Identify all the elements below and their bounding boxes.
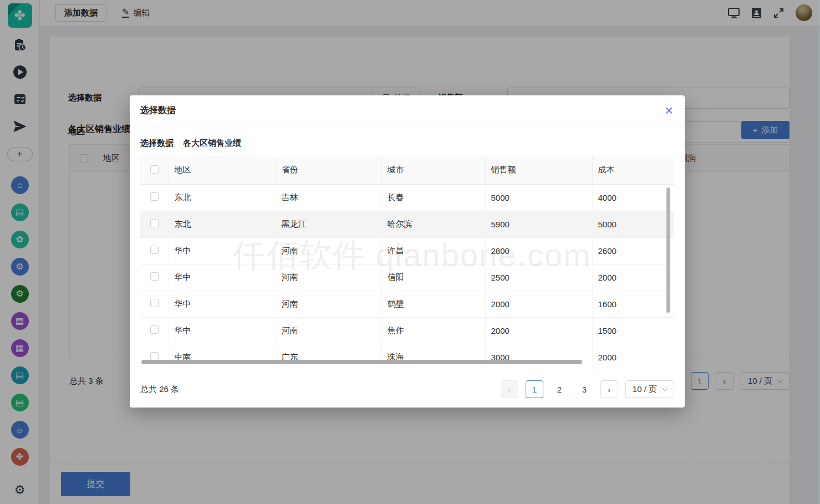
table-cell: 2000 — [485, 317, 592, 344]
table-cell: 2500 — [485, 264, 592, 291]
prev-page-button[interactable]: ‹ — [501, 380, 518, 398]
column-header: 城市 — [381, 156, 485, 184]
column-header: 地区 — [169, 156, 276, 184]
table-cell: 3000 — [485, 344, 592, 369]
table-cell: 东北 — [169, 211, 276, 237]
table-cell: 中南 — [169, 344, 276, 369]
table-cell: 长春 — [381, 184, 485, 211]
row-checkbox[interactable] — [150, 325, 159, 334]
table-cell: 1600 — [592, 291, 674, 317]
table-cell: 焦作 — [381, 317, 485, 344]
table-header-row: 地区省份城市销售额成本 — [140, 156, 674, 184]
row-checkbox-cell — [140, 184, 169, 211]
table-cell: 1500 — [592, 317, 674, 344]
modal-dataset-name[interactable]: 各大区销售业绩 — [183, 138, 241, 149]
chevron-down-icon — [661, 385, 668, 391]
table-row[interactable]: 东北黑龙江哈尔滨59005000 — [140, 211, 674, 237]
table-cell: 2000 — [592, 264, 674, 291]
table-cell: 5000 — [485, 184, 592, 211]
column-header: 销售额 — [485, 156, 592, 184]
row-checkbox-cell — [140, 344, 169, 369]
table-cell: 5000 — [592, 211, 674, 237]
table-cell: 华中 — [169, 264, 276, 291]
table-row[interactable]: 华中河南焦作20001500 — [140, 317, 674, 344]
table-row[interactable]: 华中河南鹤壁20001600 — [140, 291, 674, 317]
row-checkbox[interactable] — [150, 246, 159, 254]
modal-table: 地区省份城市销售额成本 东北吉林长春50004000东北黑龙江哈尔滨590050… — [140, 156, 674, 369]
table-cell: 2000 — [592, 344, 674, 369]
table-cell: 河南 — [276, 317, 381, 344]
table-cell: 2800 — [485, 237, 592, 264]
row-checkbox-cell — [140, 317, 169, 344]
table-row[interactable]: 华中河南许昌28002600 — [140, 237, 674, 264]
row-checkbox[interactable] — [150, 219, 159, 227]
table-cell: 4000 — [592, 184, 674, 211]
table-cell: 黑龙江 — [276, 211, 381, 237]
table-cell: 华中 — [169, 291, 276, 317]
page-button-2[interactable]: 2 — [551, 380, 568, 398]
table-cell: 哈尔滨 — [381, 211, 485, 237]
table-cell: 河南 — [276, 291, 381, 317]
table-cell: 许昌 — [381, 237, 485, 264]
table-cell: 鹤壁 — [381, 291, 485, 317]
horizontal-scrollbar[interactable] — [141, 360, 582, 364]
row-checkbox-cell — [140, 211, 169, 237]
row-checkbox[interactable] — [150, 192, 159, 201]
table-cell: 河南 — [276, 237, 381, 264]
table-cell: 信阳 — [381, 264, 485, 291]
column-header: 省份 — [276, 156, 381, 184]
select-data-modal: 选择数据 × 选择数据 各大区销售业绩 地区省份城市销售额成本 东北吉林长春50… — [130, 95, 685, 408]
table-cell: 华中 — [169, 237, 276, 264]
row-checkbox-cell — [140, 291, 169, 317]
row-checkbox-cell — [140, 264, 169, 291]
table-cell: 广东 — [276, 344, 381, 369]
select-all-checkbox[interactable] — [150, 165, 159, 174]
page-button-3[interactable]: 3 — [575, 380, 593, 398]
table-cell: 东北 — [169, 184, 276, 211]
row-checkbox[interactable] — [150, 272, 159, 281]
row-checkbox[interactable] — [150, 352, 159, 360]
page-size-select[interactable]: 10 / 页 — [625, 380, 674, 398]
table-row[interactable]: 华中河南信阳25002000 — [140, 264, 674, 291]
table-cell: 2000 — [485, 291, 592, 317]
table-cell: 珠海 — [381, 344, 485, 369]
table-row[interactable]: 东北吉林长春50004000 — [140, 184, 674, 211]
modal-picker-label: 选择数据 — [140, 138, 174, 149]
table-cell: 2600 — [592, 237, 674, 264]
table-cell: 河南 — [276, 264, 381, 291]
next-page-button[interactable]: › — [600, 380, 618, 398]
modal-pagination: ‹ 123 › 10 / 页 — [501, 380, 674, 398]
modal-title: 选择数据 — [140, 105, 176, 116]
table-cell: 吉林 — [276, 184, 381, 211]
modal-total-count: 总共 26 条 — [140, 384, 179, 395]
table-row[interactable]: 中南广东珠海30002000 — [140, 344, 674, 369]
table-cell: 5900 — [485, 211, 592, 237]
page-button-1[interactable]: 1 — [526, 380, 543, 398]
row-checkbox-cell — [140, 237, 169, 264]
close-icon[interactable]: × — [665, 104, 673, 118]
row-checkbox[interactable] — [150, 299, 159, 307]
table-cell: 华中 — [169, 317, 276, 344]
vertical-scrollbar[interactable] — [666, 187, 670, 313]
column-header: 成本 — [592, 156, 674, 184]
